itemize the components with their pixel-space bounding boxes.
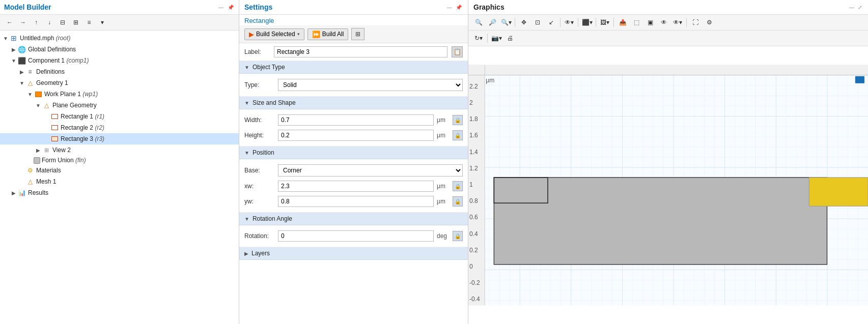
label-icon-button[interactable]: 📋 <box>452 46 463 57</box>
width-input[interactable] <box>278 114 434 126</box>
xw-input[interactable] <box>278 181 434 192</box>
base-label: Base: <box>244 167 275 174</box>
xw-lock-button[interactable]: 🔒 <box>453 181 463 191</box>
tree-node-definitions[interactable]: ▶ ≡ Definitions <box>0 66 239 77</box>
position-section-header[interactable]: ▼ Position <box>239 146 468 159</box>
tree-node-plane-geometry[interactable]: ▼ △ Plane Geometry <box>0 100 239 111</box>
width-lock-button[interactable]: 🔒 <box>453 115 463 125</box>
expander-root[interactable]: ▼ <box>2 36 9 41</box>
build-selected-button[interactable]: ▶ Build Selected ▾ <box>244 28 304 40</box>
height-input[interactable] <box>278 130 434 141</box>
settings-header: Settings — 📌 <box>239 0 468 15</box>
up-button[interactable]: ↑ <box>31 17 42 28</box>
render-button[interactable]: 🖼▾ <box>599 17 611 28</box>
expander-view2[interactable]: ▶ <box>35 148 42 153</box>
base-select[interactable]: Corner Center <box>278 164 463 176</box>
yw-lock-button[interactable]: 🔒 <box>453 196 463 207</box>
layers-section-header[interactable]: ▶ Layers <box>239 247 468 260</box>
zoom-dropdown-button[interactable]: 🔍▾ <box>500 17 512 28</box>
tree-node-root[interactable]: ▼ ⊞ Untitled.mph (root) <box>0 33 239 44</box>
tree-node-view2[interactable]: ▶ ⊞ View 2 <box>0 144 239 156</box>
move-button[interactable]: ✥ <box>518 17 530 28</box>
view-dropdown-button[interactable]: 👁▾ <box>563 17 575 28</box>
expander-workplane[interactable]: ▼ <box>26 92 34 97</box>
back-button[interactable]: ← <box>4 17 15 28</box>
print-button[interactable]: 🖨 <box>504 33 516 44</box>
graphics-canvas[interactable]: μm 2.2 2 1.8 1.6 1.4 1.2 1 0.8 0.6 0.4 0… <box>468 46 868 324</box>
tree-node-rect2[interactable]: Rectangle 2 (r2) <box>0 122 239 133</box>
rotation-lock-button[interactable]: 🔒 <box>453 231 463 241</box>
model-builder-header: Model Builder — 📌 <box>0 0 239 15</box>
zoom-in-button[interactable]: 🔍 <box>472 17 485 28</box>
xw-label: xw: <box>244 183 275 190</box>
model-builder-title: Model Builder <box>4 3 51 11</box>
tree-node-rect3[interactable]: Rectangle 3 (r3) <box>0 133 239 144</box>
tree-node-geometry1[interactable]: ▼ △ Geometry 1 <box>0 77 239 89</box>
scene-button[interactable]: ⬛▾ <box>581 17 593 28</box>
tree-node-form-union[interactable]: Form Union (fin) <box>0 156 239 165</box>
tree-node-global-defs[interactable]: ▶ 🌐 Global Definitions <box>0 44 239 55</box>
materials-icon: ⚙ <box>25 166 35 175</box>
select1-button[interactable]: ⬚ <box>630 17 642 28</box>
build-selected-label: Build Selected <box>256 31 295 38</box>
toolbar-separator-1 <box>515 18 515 27</box>
svg-text:1.6: 1.6 <box>469 132 478 139</box>
expander-component[interactable]: ▼ <box>10 58 17 64</box>
settings-extra-button[interactable]: ⊞ <box>351 28 365 40</box>
tree-node-results[interactable]: ▶ 📊 Results <box>0 187 239 198</box>
settings-panel: Settings — 📌 Rectangle ▶ Build Selected … <box>239 0 468 324</box>
type-select[interactable]: Solid Curve Point <box>278 79 463 91</box>
expander-results[interactable]: ▶ <box>10 190 17 196</box>
list-button[interactable]: ≡ <box>83 17 95 28</box>
rotation-input[interactable] <box>278 230 434 242</box>
minimize-icon[interactable]: — <box>217 4 225 11</box>
zoom-out-button[interactable]: 🔎 <box>486 17 498 28</box>
results-icon: 📊 <box>17 188 26 197</box>
pin-icon[interactable]: 📌 <box>227 4 235 11</box>
build-selected-dropdown-icon[interactable]: ▾ <box>297 32 300 37</box>
expander-geometry[interactable]: ▼ <box>18 80 25 86</box>
size-shape-section-header[interactable]: ▼ Size and Shape <box>239 97 468 109</box>
fullscreen-button[interactable]: ⛶ <box>689 17 702 28</box>
svg-text:1.8: 1.8 <box>469 115 478 123</box>
yw-input[interactable] <box>278 196 434 207</box>
view4-button[interactable]: 👁▾ <box>671 17 684 28</box>
build-all-button[interactable]: ⏩ Build All <box>307 28 349 40</box>
fit-button[interactable]: ⊡ <box>531 17 544 28</box>
label-input[interactable] <box>274 46 447 57</box>
forward-button[interactable]: → <box>17 17 29 28</box>
width-unit: μm <box>437 116 450 124</box>
select2-button[interactable]: ▣ <box>644 17 656 28</box>
object-type-section-header[interactable]: ▼ Object Type <box>239 61 468 74</box>
expander-global[interactable]: ▶ <box>10 47 17 52</box>
svg-text:1.4: 1.4 <box>469 149 478 156</box>
camera-dropdown-button[interactable]: 📷▾ <box>490 33 502 44</box>
collapse-button[interactable]: ⊟ <box>57 17 68 28</box>
svg-rect-4 <box>468 65 868 75</box>
size-shape-body: Width: μm 🔒 Height: μm 🔒 <box>239 109 468 146</box>
expand-button[interactable]: ⊞ <box>70 17 81 28</box>
axes-button[interactable]: ↙ <box>545 17 557 28</box>
width-field-row: Width: μm 🔒 <box>244 112 463 128</box>
rotation-section-header[interactable]: ▼ Rotation Angle <box>239 213 468 225</box>
expander-plane[interactable]: ▼ <box>35 103 42 108</box>
down-button[interactable]: ↓ <box>44 17 55 28</box>
expander-definitions[interactable]: ▶ <box>18 69 25 75</box>
tree-node-mesh1[interactable]: △ Mesh 1 <box>0 176 239 187</box>
settings-pin-icon[interactable]: 📌 <box>455 4 463 11</box>
settings2-button[interactable]: ⚙ <box>703 17 715 28</box>
export-button[interactable]: 📤 <box>617 17 629 28</box>
graphics-expand-icon[interactable]: ⤢ <box>857 4 863 11</box>
svg-text:-0.2: -0.2 <box>469 279 480 286</box>
height-lock-button[interactable]: 🔒 <box>453 130 463 140</box>
tree-node-rect1[interactable]: Rectangle 1 (r1) <box>0 111 239 122</box>
settings-minimize-icon[interactable]: — <box>446 4 453 11</box>
root-icon: ⊞ <box>9 34 18 43</box>
graphics-minimize-icon[interactable]: — <box>848 4 855 11</box>
rotate-dropdown-button[interactable]: ↻▾ <box>472 33 485 44</box>
view3-button[interactable]: 👁 <box>658 17 670 28</box>
dropdown-button[interactable]: ▾ <box>97 17 108 28</box>
tree-node-workplane1[interactable]: ▼ Work Plane 1 (wp1) <box>0 89 239 100</box>
tree-node-materials[interactable]: ⚙ Materials <box>0 165 239 176</box>
tree-node-component1[interactable]: ▼ ⬛ Component 1 (comp1) <box>0 55 239 66</box>
